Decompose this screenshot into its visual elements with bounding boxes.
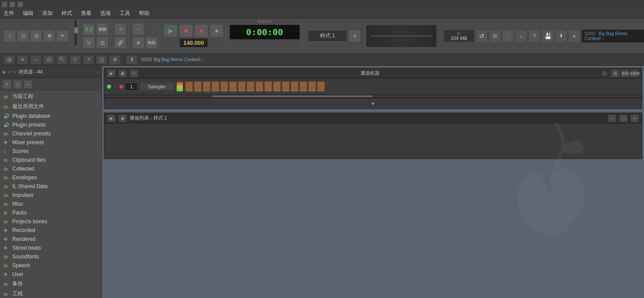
step-11[interactable] xyxy=(282,81,290,92)
sidebar-item-packs[interactable]: ⊞ Packs xyxy=(0,208,102,217)
mode-btn-1[interactable]: ⌻ xyxy=(17,30,29,42)
more-button[interactable]: ≡ xyxy=(568,29,580,43)
sidebar-item-speech[interactable]: 🗁 Speech xyxy=(0,261,102,270)
sidebar-item-recorded[interactable]: ✤ Recorded xyxy=(0,226,102,235)
sidebar-item-projects-bones[interactable]: 🗁 Projects bones xyxy=(0,217,102,226)
sidebar-item-misc[interactable]: 🗁 Misc xyxy=(0,200,102,208)
menu-tools[interactable]: 工具 xyxy=(118,9,132,18)
sidebar-undo-icon[interactable]: ↩ xyxy=(8,69,11,74)
bpm-display[interactable]: 140.000 xyxy=(179,38,208,47)
notif-btn-8[interactable]: ◫ xyxy=(96,55,107,65)
notif-btn-4[interactable]: ⊡ xyxy=(43,55,55,65)
refresh-button[interactable]: ↺ xyxy=(476,29,488,43)
sidebar-expand-icon[interactable]: ▶ xyxy=(3,69,6,74)
step-7[interactable] xyxy=(247,81,255,92)
restore-button[interactable]: □ xyxy=(10,2,15,7)
menu-options[interactable]: 选项 xyxy=(98,9,113,18)
sidebar-item-collected[interactable]: 🗁 Collected xyxy=(0,164,102,173)
sidebar-item-plugin-database[interactable]: 🔊 Plugin database xyxy=(0,112,102,120)
sidebar-redo-icon[interactable]: ↩ xyxy=(13,69,17,74)
sidebar-item-user[interactable]: ✤ User xyxy=(0,270,102,279)
step-5[interactable] xyxy=(229,81,237,92)
playlist-expand-btn[interactable]: ▶ xyxy=(107,114,116,122)
news-link[interactable]: Big Bag Remix Contest! xyxy=(154,57,200,62)
menu-help[interactable]: 帮助 xyxy=(137,9,151,18)
sidebar-item-rendered[interactable]: ✤ Rendered xyxy=(0,235,102,243)
notif-btn-2[interactable]: ≡ xyxy=(17,55,28,65)
menu-view[interactable]: 查看 xyxy=(79,9,93,18)
pattern-mode-3[interactable]: ▽ xyxy=(83,36,95,49)
step-2[interactable] xyxy=(203,81,211,92)
sidebar-back-btn[interactable]: ← xyxy=(24,80,33,89)
mixer-button[interactable]: ⊡ xyxy=(489,29,501,43)
step-15[interactable] xyxy=(317,81,325,92)
sidebar-item-mixer-presets[interactable]: ✤ Mixer presets xyxy=(0,138,102,147)
menu-edit[interactable]: 编辑 xyxy=(21,9,35,18)
mode-btn-3[interactable]: ⊕ xyxy=(43,30,55,42)
rack-mute-btn[interactable]: ◉ xyxy=(118,69,127,77)
loop-button[interactable]: ↺ xyxy=(114,23,127,35)
mode-btn-4[interactable]: ✂ xyxy=(56,30,69,42)
notif-btn-5[interactable]: 🔌 xyxy=(56,55,68,65)
playlist-mute-btn[interactable]: ◉ xyxy=(118,114,127,122)
step-13[interactable] xyxy=(299,81,307,92)
close-button[interactable]: × xyxy=(18,2,23,7)
sidebar-item-clipboard[interactable]: 🗁 Clipboard files xyxy=(0,156,102,164)
rack-scrollbar[interactable] xyxy=(104,94,642,98)
rack-grid-btn-1[interactable]: ⊞ xyxy=(611,69,620,77)
notif-btn-1[interactable]: ⊞ xyxy=(4,55,15,65)
playlist-restore-btn[interactable]: □ xyxy=(619,114,628,122)
sidebar-item-soundfonts[interactable]: 🗁 Soundfonts xyxy=(0,252,102,261)
step-10[interactable] xyxy=(273,81,281,92)
export-button[interactable]: ⬇ xyxy=(555,29,567,43)
rack-close-btn[interactable]: × xyxy=(130,69,138,77)
pattern-mode-4[interactable]: ⊡ xyxy=(96,36,109,49)
step-3[interactable] xyxy=(211,81,219,92)
network-button[interactable]: ? xyxy=(528,29,540,43)
sidebar-item-recent-files[interactable]: 🗁 最近所用文件 xyxy=(0,102,102,112)
sidebar-add-btn[interactable]: + xyxy=(3,80,11,89)
record-mode-button[interactable]: ◉ xyxy=(210,24,224,37)
news-arrow-2[interactable]: › xyxy=(202,57,204,62)
grid-button[interactable]: ⊞ xyxy=(132,36,145,49)
soundcard-button[interactable]: 🎵 xyxy=(502,29,514,43)
rack-grid-btn-3[interactable]: ⊞⊞⊞ xyxy=(630,69,639,77)
midi-button[interactable]: ♪ xyxy=(515,29,527,43)
save-button[interactable]: 💾 xyxy=(542,29,553,43)
step-1[interactable] xyxy=(194,81,202,92)
pattern-mode-2[interactable]: ⊞⊞ xyxy=(96,23,109,35)
notif-btn-9[interactable]: ⊕ xyxy=(109,55,120,65)
step-6[interactable] xyxy=(238,81,246,92)
grid-label[interactable]: 格线 xyxy=(146,36,158,49)
download-button[interactable]: ⬇ xyxy=(126,55,138,65)
rack-grid-btn-2[interactable]: ⊞⊞ xyxy=(621,69,629,77)
step-8[interactable] xyxy=(255,81,263,92)
arrow-button[interactable]: → xyxy=(132,23,145,35)
sidebar-item-scores[interactable]: ♪ Scores xyxy=(0,147,102,156)
pattern-add-button[interactable]: + xyxy=(349,30,361,42)
step-0[interactable] xyxy=(185,81,193,92)
menu-add[interactable]: 添加 xyxy=(40,9,55,18)
channel-light-off[interactable] xyxy=(113,84,117,89)
pattern-mode-1[interactable]: 3:2 xyxy=(83,23,95,35)
sidebar-item-impulses[interactable]: 🗁 Impulses xyxy=(0,191,102,200)
menu-style[interactable]: 样式 xyxy=(60,9,74,18)
step-4[interactable] xyxy=(220,81,228,92)
sidebar-header-arrow[interactable]: › xyxy=(98,69,99,74)
sidebar-item-channel-presets[interactable]: 🗁 Channel presets xyxy=(0,129,102,138)
channel-level[interactable] xyxy=(176,81,183,92)
step-9[interactable] xyxy=(264,81,272,92)
link-button[interactable]: 🔗 xyxy=(114,36,127,49)
play-button[interactable]: ▶ xyxy=(164,24,178,37)
minimize-button[interactable]: – xyxy=(2,2,7,7)
playlist-close-btn[interactable]: × xyxy=(630,114,639,122)
record-button[interactable]: ● xyxy=(194,24,208,37)
notif-btn-7[interactable]: ↗ xyxy=(83,55,94,65)
notif-btn-6[interactable]: ▽ xyxy=(69,55,81,65)
playlist-minimize-btn[interactable]: – xyxy=(608,114,616,122)
menu-file[interactable]: 文件 xyxy=(2,9,16,18)
rack-add-channel[interactable]: + xyxy=(104,98,642,109)
channel-light-on[interactable] xyxy=(107,84,111,89)
news-arrow[interactable]: › xyxy=(602,36,604,41)
stop-button[interactable]: ■ xyxy=(179,24,193,37)
